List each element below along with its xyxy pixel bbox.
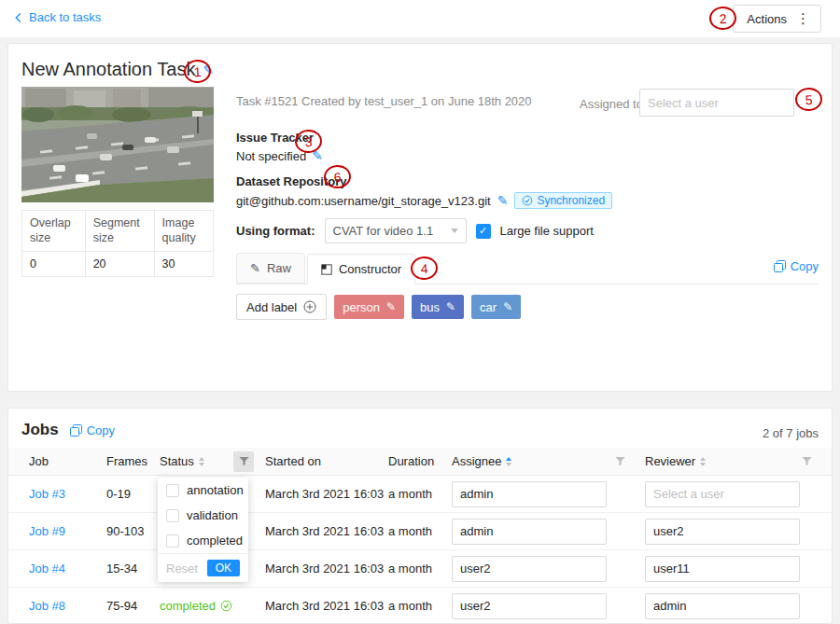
more-icon: ⋮ xyxy=(796,10,811,27)
column-reviewer[interactable]: Reviewer xyxy=(645,454,695,468)
task-card: New Annotation Task ✎ xyxy=(7,43,833,392)
label-chip-bus[interactable]: bus ✎ xyxy=(412,295,464,319)
checkbox-icon[interactable] xyxy=(166,534,179,548)
status-filter-dropdown: annotation validation completed Reset OK xyxy=(158,478,248,582)
copy-labels-button[interactable]: Copy xyxy=(774,259,819,277)
label-chip-person[interactable]: person ✎ xyxy=(334,295,404,319)
column-started-on: Started on xyxy=(265,454,321,468)
job-link[interactable]: Job #4 xyxy=(29,562,65,575)
table-row: Job #8 75-94 completed March 3rd 2021 16… xyxy=(8,588,832,624)
column-assignee[interactable]: Assignee xyxy=(452,454,501,468)
jobs-table: Job Frames Status Started on Duration As… xyxy=(8,448,832,624)
column-status[interactable]: Status xyxy=(160,454,194,468)
label-chip-name: car xyxy=(480,300,497,314)
param-header: Overlap size xyxy=(22,211,86,252)
table-row: Job #9 90-103 March 3rd 2021 16:03 a mon… xyxy=(8,513,832,550)
add-label-text: Add label xyxy=(246,300,297,314)
jobs-table-header: Job Frames Status Started on Duration As… xyxy=(8,448,832,476)
assigned-to-input[interactable] xyxy=(639,89,794,117)
jobs-card: Jobs Copy 2 of 7 jobs Job Frames Status … xyxy=(7,408,833,624)
param-header: Image quality xyxy=(154,211,213,252)
filter-reset-button[interactable]: Reset xyxy=(166,562,198,575)
assignee-input[interactable] xyxy=(452,481,607,507)
started-cell: March 3rd 2021 16:03 xyxy=(265,524,388,538)
assignee-input[interactable] xyxy=(452,593,607,619)
assignee-input[interactable] xyxy=(452,556,607,582)
duration-cell: a month xyxy=(388,524,452,538)
page: Back to tasks Actions ⋮ New Annotation T… xyxy=(0,0,840,624)
large-file-checkbox[interactable]: ✓ xyxy=(476,224,491,239)
duration-cell: a month xyxy=(388,487,452,501)
copy-jobs-label: Copy xyxy=(87,423,115,437)
param-value: 20 xyxy=(85,252,154,277)
format-select[interactable]: CVAT for video 1.1 xyxy=(325,218,467,243)
started-cell: March 3rd 2021 16:03 xyxy=(265,487,388,501)
param-value: 0 xyxy=(22,252,86,277)
labels-tabs: ✎ Raw Constructor Copy xyxy=(236,253,819,284)
task-params-table: Overlap size Segment size Image quality … xyxy=(21,210,214,277)
edit-label-icon[interactable]: ✎ xyxy=(446,300,455,313)
actions-label: Actions xyxy=(747,12,787,26)
edit-label-icon[interactable]: ✎ xyxy=(503,300,512,313)
add-label-button[interactable]: Add label xyxy=(236,294,327,320)
dataset-repository-value: git@github.com:username/git_storage_v123… xyxy=(236,194,491,208)
back-to-tasks-link[interactable]: Back to tasks xyxy=(13,10,101,24)
sort-assignee-icon[interactable] xyxy=(506,457,511,466)
assignee-input[interactable] xyxy=(452,519,607,545)
completed-check-icon xyxy=(220,600,232,612)
reviewer-input[interactable] xyxy=(645,519,800,545)
frames-cell: 90-103 xyxy=(106,524,160,538)
task-meta: Task #1521 Created by test_user_1 on Jun… xyxy=(236,94,532,108)
filter-option-label: completed xyxy=(187,534,243,548)
edit-label-icon[interactable]: ✎ xyxy=(386,300,396,313)
plus-circle-icon xyxy=(303,300,316,313)
reviewer-input[interactable] xyxy=(645,593,800,619)
label-chip-name: bus xyxy=(420,300,440,314)
duration-cell: a month xyxy=(388,599,452,613)
task-preview-image xyxy=(21,87,214,202)
filter-status-icon[interactable] xyxy=(233,451,254,472)
pencil-icon: ✎ xyxy=(250,261,260,275)
label-chip-car[interactable]: car ✎ xyxy=(471,295,521,319)
status-cell: completed xyxy=(160,599,232,613)
tab-constructor[interactable]: Constructor xyxy=(307,254,415,284)
copy-icon xyxy=(774,260,786,272)
back-label: Back to tasks xyxy=(29,10,101,24)
param-header: Segment size xyxy=(85,211,154,252)
labels-editor: Add label person ✎ bus ✎ car ✎ xyxy=(236,294,521,320)
copy-labels-label: Copy xyxy=(791,259,819,273)
checkbox-icon[interactable] xyxy=(166,484,179,497)
constructor-icon xyxy=(321,264,332,275)
checkbox-icon[interactable] xyxy=(166,509,179,522)
tab-constructor-label: Constructor xyxy=(339,262,401,276)
column-duration: Duration xyxy=(388,454,434,468)
job-link[interactable]: Job #9 xyxy=(29,524,65,538)
task-title: New Annotation Task xyxy=(21,59,195,80)
filter-option-validation[interactable]: validation xyxy=(158,503,248,528)
column-job: Job xyxy=(29,454,49,468)
sort-status-icon[interactable] xyxy=(199,457,204,466)
actions-button[interactable]: Actions ⋮ xyxy=(733,5,821,33)
reviewer-input[interactable] xyxy=(645,556,800,582)
reviewer-input[interactable] xyxy=(645,481,800,507)
check-circle-icon xyxy=(522,195,533,206)
job-link[interactable]: Job #3 xyxy=(29,487,65,501)
job-link[interactable]: Job #8 xyxy=(29,599,65,613)
filter-option-completed[interactable]: completed xyxy=(158,528,248,553)
frames-cell: 75-94 xyxy=(106,599,160,613)
jobs-title: Jobs xyxy=(21,421,59,439)
jobs-count: 2 of 7 jobs xyxy=(763,426,819,440)
param-value: 30 xyxy=(154,252,213,277)
sort-reviewer-icon[interactable] xyxy=(700,457,706,466)
filter-reviewer-icon[interactable] xyxy=(796,451,817,472)
filter-option-annotation[interactable]: annotation xyxy=(158,478,248,503)
edit-repository-icon[interactable]: ✎ xyxy=(497,193,509,208)
copy-jobs-button[interactable]: Copy xyxy=(70,423,115,437)
copy-icon xyxy=(70,424,82,437)
tab-raw[interactable]: ✎ Raw xyxy=(236,253,305,284)
filter-ok-button[interactable]: OK xyxy=(207,560,240,576)
label-chip-name: person xyxy=(343,300,380,314)
format-select-value: CVAT for video 1.1 xyxy=(333,224,434,238)
sync-badge-label: Synchronized xyxy=(537,194,605,207)
filter-assignee-icon[interactable] xyxy=(609,451,630,472)
